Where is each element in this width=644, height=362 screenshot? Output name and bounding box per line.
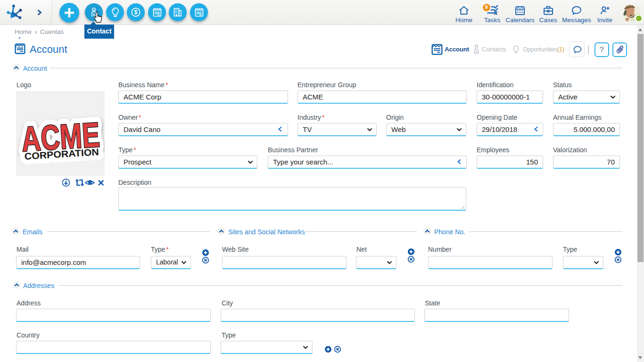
svg-text:$: $ (134, 9, 138, 16)
